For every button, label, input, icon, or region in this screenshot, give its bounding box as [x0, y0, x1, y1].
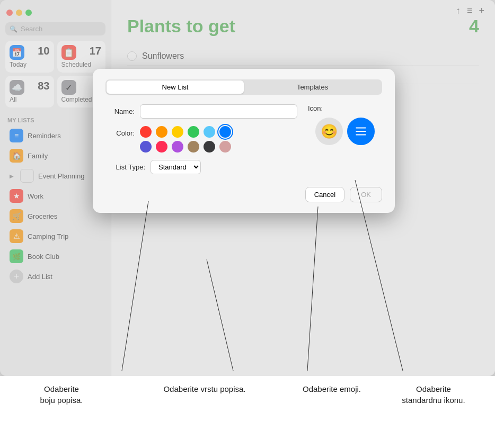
ok-button[interactable]: OK	[350, 187, 382, 202]
tab-new-list[interactable]: New List	[107, 80, 244, 94]
svg-rect-1	[356, 131, 366, 132]
annotation-list-type-text: Odaberite vrstu popisa.	[163, 383, 245, 395]
annotation-color-text: Odaberiteboju popisa.	[40, 383, 83, 406]
annotation-list-type: Odaberite vrstu popisa.	[112, 383, 281, 395]
dialog-tabs: New List Templates	[105, 79, 382, 95]
annotation-emoji: Odaberite emoji.	[281, 383, 383, 395]
list-type-select[interactable]: Standard	[151, 160, 201, 174]
new-list-dialog: New List Templates Name: Color:	[93, 69, 395, 213]
color-blue[interactable]	[219, 126, 231, 138]
list-type-label: List Type:	[105, 163, 145, 171]
color-red[interactable]	[140, 126, 152, 138]
dialog-buttons: Cancel OK	[105, 187, 382, 202]
color-label: Color:	[105, 129, 135, 137]
name-row: Name:	[105, 104, 297, 119]
color-orange[interactable]	[156, 126, 167, 138]
color-section: Color:	[105, 126, 297, 153]
annotation-standard-icon: Odaberitestandardnu ikonu.	[383, 383, 484, 406]
color-row-2	[140, 141, 231, 153]
color-indigo[interactable]	[140, 141, 152, 153]
color-darkgray[interactable]	[204, 141, 215, 153]
list-type-row: List Type: Standard	[105, 160, 297, 174]
color-green[interactable]	[188, 126, 199, 138]
name-input[interactable]	[140, 104, 297, 119]
color-pink[interactable]	[156, 141, 167, 153]
color-lightblue[interactable]	[204, 126, 215, 138]
standard-icon-option[interactable]	[347, 118, 375, 145]
color-brown[interactable]	[188, 141, 199, 153]
annotation-emoji-text: Odaberite emoji.	[303, 383, 361, 395]
icon-label: Icon:	[308, 104, 323, 112]
color-yellow[interactable]	[172, 126, 183, 138]
icon-options: 😊	[315, 118, 375, 145]
annotations-bar: Odaberiteboju popisa. Odaberite vrstu po…	[0, 376, 495, 448]
color-row-1	[140, 126, 231, 138]
annotation-color: Odaberiteboju popisa.	[11, 383, 112, 406]
svg-rect-2	[356, 134, 366, 135]
tab-templates[interactable]: Templates	[244, 80, 381, 94]
color-purple[interactable]	[172, 141, 183, 153]
cancel-button[interactable]: Cancel	[305, 187, 344, 202]
emoji-icon-option[interactable]: 😊	[315, 118, 343, 145]
svg-rect-0	[356, 127, 366, 128]
annotation-standard-icon-text: Odaberitestandardnu ikonu.	[402, 383, 465, 406]
color-grid	[140, 126, 231, 153]
color-rosegold[interactable]	[219, 141, 231, 153]
name-label: Name:	[105, 107, 135, 115]
